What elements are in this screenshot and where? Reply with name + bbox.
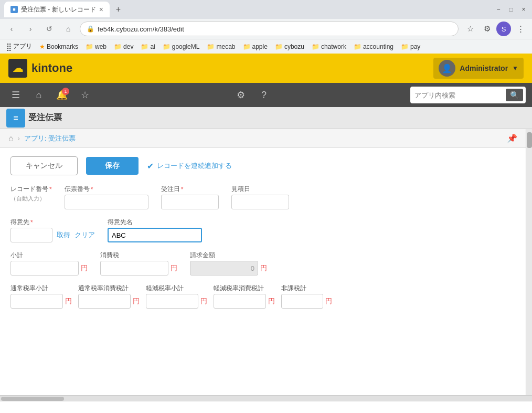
bookmark-ai-label: ai: [150, 43, 155, 50]
clear-button[interactable]: クリア: [75, 230, 95, 240]
nrt-unit: 円: [133, 296, 140, 306]
close-button[interactable]: ×: [519, 5, 528, 14]
billing-unit: 円: [260, 263, 267, 273]
folder-icon: 📁: [275, 43, 283, 50]
subtotal-label: 小計: [10, 251, 88, 260]
sidebar-toggle-button[interactable]: ≡: [6, 109, 25, 128]
normal-rate-tax-group: 円: [78, 294, 140, 309]
form-section: レコード番号 * （自動入力） 伝票番号 * 受注日 *: [0, 181, 526, 321]
reduced-rate-tax-input[interactable]: [214, 294, 266, 309]
search-input[interactable]: [414, 91, 503, 99]
bookmark-apple-label: apple: [252, 43, 268, 50]
home-breadcrumb-icon[interactable]: ⌂: [8, 134, 14, 143]
reduced-rate-tax-field: 軽減税率消費税計 円: [214, 284, 275, 309]
subtotal-input[interactable]: [10, 261, 79, 276]
bookmark-cybozu-label: cybozu: [284, 43, 304, 50]
customer-name-input[interactable]: [108, 228, 202, 242]
bookmark-cybozu[interactable]: 📁 cybozu: [272, 42, 307, 51]
cancel-button[interactable]: キャンセル: [10, 156, 78, 175]
rrs-unit: 円: [200, 296, 207, 306]
bookmark-apps-label: アプリ: [13, 42, 32, 51]
bookmark-web-label: web: [95, 43, 107, 50]
tab-favicon: ■: [10, 6, 18, 13]
bookmark-accounting[interactable]: 📁 accounting: [350, 42, 397, 51]
settings-button[interactable]: ⚙: [231, 86, 250, 104]
breadcrumb-bar: ⌂ › アプリ: 受注伝票 📌: [0, 129, 526, 148]
minimize-button[interactable]: −: [494, 5, 503, 14]
cloud-icon: ☁: [13, 62, 23, 75]
scrollbar-thumb-bottom[interactable]: [1, 397, 64, 401]
continuous-add-checkbox[interactable]: ✔ レコードを連続追加する: [147, 161, 232, 171]
bookmark-apple[interactable]: 📁 apple: [240, 42, 271, 51]
bookmark-mecab-label: mecab: [216, 43, 235, 50]
bookmark-web[interactable]: 📁 web: [82, 42, 110, 51]
bookmark-mecab[interactable]: 📁 mecab: [204, 42, 238, 51]
search-button[interactable]: 🔍: [506, 89, 523, 101]
non-taxable-input[interactable]: [281, 294, 323, 309]
form-row-2: 得意先 * 取得 クリア 得意先名: [10, 218, 515, 242]
customer-input[interactable]: [10, 228, 52, 242]
normal-rate-tax-input[interactable]: [78, 294, 131, 309]
required-star: *: [30, 219, 33, 226]
bookmark-googleml-label: googleML: [172, 43, 200, 50]
scrollbar-bottom[interactable]: [0, 395, 532, 401]
subtotal-unit: 円: [81, 263, 88, 273]
normal-rate-subtotal-group: 円: [10, 294, 72, 309]
order-date-input[interactable]: [161, 195, 219, 209]
bookmark-chatwork[interactable]: 📁 chatwork: [308, 42, 349, 51]
folder-icon: 📁: [207, 43, 215, 50]
non-taxable-label: 非課税計: [281, 284, 332, 293]
bookmark-apps[interactable]: ⣿ アプリ: [3, 41, 35, 52]
non-taxable-field: 非課税計 円: [281, 284, 332, 309]
home-button[interactable]: ⌂: [29, 86, 48, 104]
reduced-rate-subtotal-input[interactable]: [146, 294, 198, 309]
chevron-down-icon: ▼: [512, 65, 518, 72]
refresh-button[interactable]: ↺: [42, 22, 57, 36]
invoice-number-input[interactable]: [65, 195, 148, 209]
profile-button[interactable]: S: [496, 22, 511, 36]
address-text: fe54k.cybozu.com/k/383/edit: [98, 25, 184, 33]
forward-button[interactable]: ›: [23, 22, 38, 36]
home-nav-button[interactable]: ⌂: [61, 22, 76, 36]
non-taxable-group: 円: [281, 294, 332, 309]
fetch-button[interactable]: 取得: [57, 230, 70, 240]
tax-input[interactable]: [100, 261, 168, 276]
back-button[interactable]: ‹: [4, 22, 19, 36]
reduced-rate-subtotal-field: 軽減税率小計 円: [146, 284, 207, 309]
save-button[interactable]: 保存: [86, 157, 139, 175]
search-area: 🔍: [410, 87, 526, 103]
breadcrumb-link[interactable]: アプリ: 受注伝票: [24, 134, 76, 143]
new-tab-button[interactable]: +: [112, 3, 125, 16]
customer-field: 得意先 * 取得 クリア: [10, 218, 95, 242]
reduced-rate-tax-group: 円: [214, 294, 275, 309]
scrollbar-right[interactable]: [526, 129, 532, 395]
bookmark-pay[interactable]: 📁 pay: [398, 42, 423, 51]
bookmark-googleml[interactable]: 📁 googleML: [159, 42, 203, 51]
notifications-button[interactable]: 🔔 1: [52, 86, 71, 104]
scrollbar-thumb-right[interactable]: [527, 132, 532, 148]
maximize-button[interactable]: □: [507, 5, 515, 14]
favorites-button[interactable]: ☆: [76, 86, 94, 104]
extensions-button[interactable]: ⚙: [480, 22, 494, 36]
bookmark-dev[interactable]: 📁 dev: [111, 42, 136, 51]
help-button[interactable]: ?: [254, 86, 273, 104]
estimate-date-field: 見積日: [231, 185, 289, 209]
kintone-header: ☁ kintone 👤 Administrator ▼: [0, 54, 532, 83]
hamburger-button[interactable]: ☰: [6, 86, 25, 104]
estimate-date-input[interactable]: [231, 195, 289, 209]
bookmark-ai[interactable]: 📁 ai: [137, 42, 158, 51]
bookmark-bookmarks[interactable]: ★ Bookmarks: [36, 42, 81, 51]
tab-close-button[interactable]: ×: [99, 5, 103, 14]
normal-rate-subtotal-label: 通常税率小計: [10, 284, 72, 293]
reduced-rate-subtotal-group: 円: [146, 294, 207, 309]
lock-icon: 🔒: [87, 25, 94, 33]
address-bar: ‹ › ↺ ⌂ 🔒 fe54k.cybozu.com/k/383/edit ☆ …: [0, 19, 532, 39]
user-menu[interactable]: 👤 Administrator ▼: [433, 58, 524, 79]
bookmark-star-button[interactable]: ☆: [463, 22, 477, 36]
active-tab[interactable]: ■ 受注伝票 - 新しいレコード ×: [4, 2, 110, 17]
folder-icon: 📁: [114, 43, 122, 50]
address-input[interactable]: 🔒 fe54k.cybozu.com/k/383/edit: [80, 22, 459, 36]
normal-rate-subtotal-input[interactable]: [10, 294, 63, 309]
menu-button[interactable]: ⋮: [513, 22, 528, 36]
star-icon: ★: [39, 43, 45, 50]
